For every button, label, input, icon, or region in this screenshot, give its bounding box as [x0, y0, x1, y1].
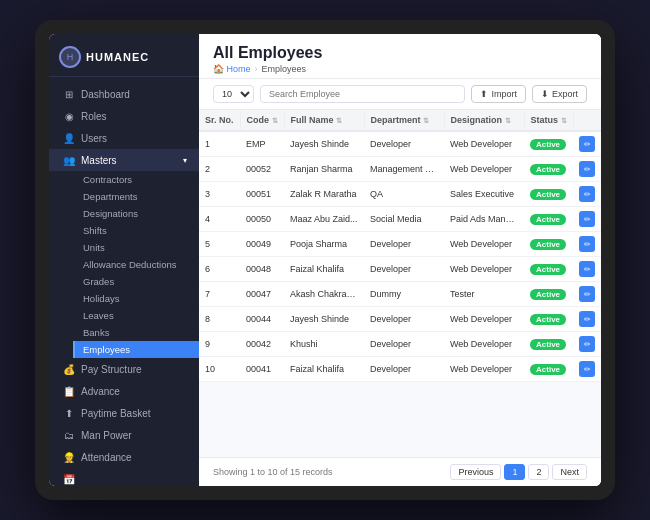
- cell-status: Active: [524, 257, 573, 282]
- cell-desig: Web Developer: [444, 332, 524, 357]
- edit-button[interactable]: ✏: [579, 236, 595, 252]
- laptop-screen: H HUMANEC ⊞ Dashboard ◉ Roles 👤 Users 👥: [49, 34, 601, 486]
- sidebar-item-manpower[interactable]: 👷 Attendance: [49, 446, 199, 468]
- sidebar-item-loans[interactable]: 💰 Pay Structure: [49, 358, 199, 380]
- sidebar-item-users[interactable]: 👤 Users: [49, 127, 199, 149]
- sidebar-sub-leaves[interactable]: Leaves: [73, 307, 199, 324]
- sidebar-sub-shifts[interactable]: Shifts: [73, 222, 199, 239]
- col-desig[interactable]: Designation ⇅: [444, 110, 524, 131]
- page-2-button[interactable]: 2: [528, 464, 549, 480]
- sidebar-sub-departments[interactable]: Departments: [73, 188, 199, 205]
- table-row: 4 00050 Maaz Abu Zaid... Social Media Pa…: [199, 207, 601, 232]
- next-button[interactable]: Next: [552, 464, 587, 480]
- cell-code: 00048: [240, 257, 284, 282]
- employees-table: Sr. No. Code ⇅ Full Name ⇅ Department ⇅ …: [199, 110, 601, 382]
- sidebar-item-advance[interactable]: ⬆ Paytime Basket: [49, 402, 199, 424]
- page-1-button[interactable]: 1: [504, 464, 525, 480]
- table-body: 1 EMP Jayesh Shinde Developer Web Develo…: [199, 131, 601, 382]
- col-name[interactable]: Full Name ⇅: [284, 110, 364, 131]
- cell-actions: ✏: [573, 131, 601, 157]
- cell-dept: Developer: [364, 357, 444, 382]
- cell-status: Active: [524, 232, 573, 257]
- cell-actions: ✏: [573, 257, 601, 282]
- edit-button[interactable]: ✏: [579, 261, 595, 277]
- breadcrumb-current: Employees: [262, 64, 307, 74]
- sidebar-sub-designations[interactable]: Designations: [73, 205, 199, 222]
- cell-sr: 9: [199, 332, 240, 357]
- cell-dept: Social Media: [364, 207, 444, 232]
- sidebar-sub-holidays[interactable]: Holidays: [73, 290, 199, 307]
- cell-code: 00047: [240, 282, 284, 307]
- cell-status: Active: [524, 207, 573, 232]
- status-badge: Active: [530, 214, 566, 225]
- sidebar-logo: H HUMANEC: [49, 34, 199, 77]
- edit-button[interactable]: ✏: [579, 336, 595, 352]
- cell-desig: Web Developer: [444, 357, 524, 382]
- sidebar-sub-units[interactable]: Units: [73, 239, 199, 256]
- cell-dept: Developer: [364, 232, 444, 257]
- loans-icon: 💰: [63, 363, 75, 375]
- edit-button[interactable]: ✏: [579, 311, 595, 327]
- edit-button[interactable]: ✏: [579, 211, 595, 227]
- cell-actions: ✏: [573, 232, 601, 257]
- cell-actions: ✏: [573, 282, 601, 307]
- sidebar-sub-contractors[interactable]: Contractors: [73, 171, 199, 188]
- prev-button[interactable]: Previous: [450, 464, 501, 480]
- sidebar-sub-grades[interactable]: Grades: [73, 273, 199, 290]
- sidebar-sub-banks[interactable]: Banks: [73, 324, 199, 341]
- cell-dept: Management Team: [364, 157, 444, 182]
- sort-icon: ⇅: [423, 117, 429, 124]
- status-badge: Active: [530, 189, 566, 200]
- cell-name: Akash Chakrabo...: [284, 282, 364, 307]
- sidebar-item-attendance[interactable]: 📅: [49, 468, 199, 486]
- cell-name: Jayesh Shinde: [284, 307, 364, 332]
- cell-desig: Web Developer: [444, 157, 524, 182]
- status-badge: Active: [530, 289, 566, 300]
- edit-button[interactable]: ✏: [579, 186, 595, 202]
- showing-text: Showing 1 to 10 of 15 records: [213, 467, 333, 477]
- edit-button[interactable]: ✏: [579, 161, 595, 177]
- sidebar-item-label: Masters: [81, 155, 117, 166]
- edit-button[interactable]: ✏: [579, 136, 595, 152]
- per-page-select[interactable]: 10 25 50: [213, 85, 254, 103]
- cell-desig: Web Developer: [444, 307, 524, 332]
- sort-icon: ⇅: [272, 117, 278, 124]
- attendance-icon: 📅: [63, 473, 75, 485]
- export-icon: ⬇: [541, 89, 549, 99]
- col-dept[interactable]: Department ⇅: [364, 110, 444, 131]
- edit-button[interactable]: ✏: [579, 361, 595, 377]
- cell-desig: Paid Ads Manager: [444, 207, 524, 232]
- col-code[interactable]: Code ⇅: [240, 110, 284, 131]
- cell-actions: ✏: [573, 332, 601, 357]
- manpower-icon: 👷: [63, 451, 75, 463]
- sort-icon: ⇅: [561, 117, 567, 124]
- table-header-row: Sr. No. Code ⇅ Full Name ⇅ Department ⇅ …: [199, 110, 601, 131]
- cell-sr: 7: [199, 282, 240, 307]
- sidebar-item-pay-structure[interactable]: 📋 Advance: [49, 380, 199, 402]
- sidebar-item-paytime[interactable]: 🗂 Man Power: [49, 424, 199, 446]
- export-button[interactable]: ⬇ Export: [532, 85, 587, 103]
- search-input[interactable]: [260, 85, 465, 103]
- sidebar-item-masters[interactable]: 👥 Masters ▾: [49, 149, 199, 171]
- col-status[interactable]: Status ⇅: [524, 110, 573, 131]
- breadcrumb-home[interactable]: 🏠 Home: [213, 64, 251, 74]
- status-badge: Active: [530, 139, 566, 150]
- sidebar-sub-allowance[interactable]: Allowance Deductions: [73, 256, 199, 273]
- sidebar-item-dashboard[interactable]: ⊞ Dashboard: [49, 83, 199, 105]
- cell-dept: Developer: [364, 131, 444, 157]
- breadcrumb-sep: ›: [255, 64, 258, 74]
- sidebar-item-label: Man Power: [81, 430, 132, 441]
- cell-actions: ✏: [573, 207, 601, 232]
- paytime-icon: 🗂: [63, 429, 75, 441]
- cell-status: Active: [524, 357, 573, 382]
- import-button[interactable]: ⬆ Import: [471, 85, 526, 103]
- toolbar: 10 25 50 ⬆ Import ⬇ Export: [199, 79, 601, 110]
- sidebar-item-label: Pay Structure: [81, 364, 142, 375]
- sidebar-item-roles[interactable]: ◉ Roles: [49, 105, 199, 127]
- cell-sr: 1: [199, 131, 240, 157]
- cell-dept: QA: [364, 182, 444, 207]
- edit-button[interactable]: ✏: [579, 286, 595, 302]
- cell-desig: Web Developer: [444, 232, 524, 257]
- sidebar-sub-employees[interactable]: Employees: [73, 341, 199, 358]
- status-badge: Active: [530, 314, 566, 325]
